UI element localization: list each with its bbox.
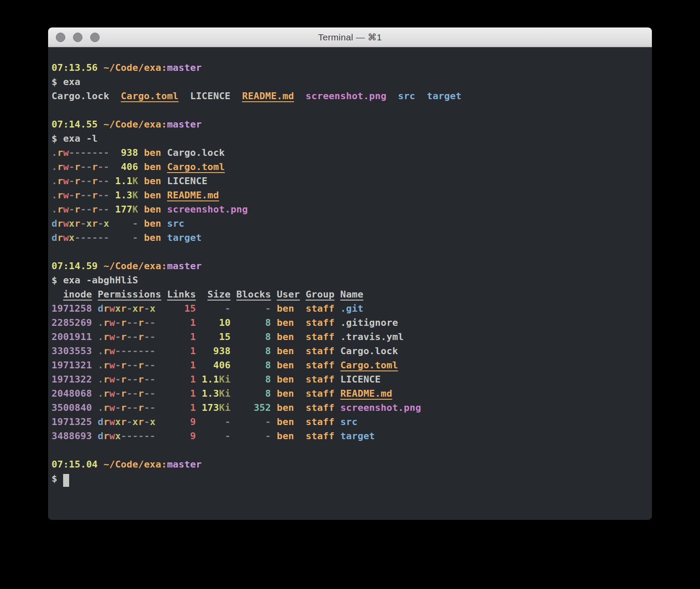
terminal-text: master [167, 62, 202, 73]
terminal-text: r [121, 388, 126, 399]
terminal-line: 07:14.55 ~/Code/exa:master [52, 117, 648, 131]
terminal-text [138, 218, 144, 229]
terminal-text: 1 [190, 317, 196, 328]
terminal-text: w [109, 431, 115, 441]
terminal-text [294, 303, 306, 314]
terminal-text: 1971322 [52, 374, 92, 385]
terminal-text [196, 303, 225, 314]
terminal-text: 15 [219, 331, 231, 342]
terminal-text [92, 402, 97, 413]
terminal-text [155, 416, 190, 427]
terminal-text: w [63, 161, 69, 172]
terminal-line: $ exa -l [52, 131, 648, 146]
terminal-text: r [92, 204, 97, 215]
terminal-text: -- [144, 388, 155, 399]
terminal-text: r [121, 331, 126, 342]
titlebar[interactable]: Terminal — ⌘1 [48, 27, 652, 47]
terminal-text [109, 91, 121, 101]
terminal-text: target [167, 232, 202, 243]
terminal-text: w [109, 317, 115, 328]
terminal-line: $ exa [52, 75, 648, 89]
terminal-text [271, 360, 277, 370]
terminal-window: Terminal — ⌘1 07:13.56 ~/Code/exa:master… [48, 27, 652, 520]
terminal-text: staff [306, 388, 335, 399]
terminal-text [231, 346, 265, 356]
terminal-text [271, 416, 277, 427]
terminal-text: . [52, 161, 57, 172]
terminal-text: w [109, 303, 115, 314]
terminal-text: ben [144, 218, 161, 229]
terminal-text [231, 388, 265, 399]
terminal-text: K [132, 204, 138, 215]
terminal-text [98, 62, 103, 73]
terminal-text: - [115, 374, 121, 385]
terminal-text: 1971321 [52, 360, 92, 370]
terminal-text: 3500840 [52, 402, 92, 413]
terminal-text: master [167, 261, 202, 271]
terminal-text: . [98, 374, 103, 385]
terminal-text: d [98, 416, 103, 427]
terminal-line: 1971321 .rw-r--r-- 1 406 8 ben staff Car… [52, 358, 648, 372]
terminal-text: screenshot.png [340, 402, 421, 413]
terminal-text: .gitignore [340, 317, 398, 328]
terminal-text: Ki [219, 388, 231, 399]
terminal-text: r [138, 360, 144, 370]
terminal-text: . [98, 346, 103, 356]
terminal-text [294, 346, 306, 356]
terminal-text: 9 [190, 416, 196, 427]
terminal-text: - [69, 176, 74, 186]
terminal-text: 1.3 [115, 190, 132, 200]
terminal-text: ~/Code/exa: [103, 62, 167, 73]
terminal-text [138, 176, 144, 186]
close-button-icon[interactable] [56, 33, 65, 42]
terminal-text: 2001911 [52, 331, 92, 342]
terminal-text [92, 374, 97, 385]
terminal-text [196, 374, 201, 385]
terminal-text: w [63, 190, 69, 200]
terminal-text [294, 416, 306, 427]
terminal-text: README.md [340, 388, 392, 399]
terminal-text: w [63, 147, 69, 158]
terminal-text: . [98, 317, 103, 328]
terminal-text: r [138, 331, 144, 342]
terminal-text: target [340, 431, 375, 441]
terminal-line: 07:15.04 ~/Code/exa:master [52, 457, 648, 471]
terminal-text: 8 [265, 317, 271, 328]
terminal-text: 406 [213, 360, 231, 370]
terminal-text: w [109, 416, 115, 427]
zoom-button-icon[interactable] [90, 33, 100, 42]
terminal-text [92, 303, 97, 314]
terminal-text: ben [277, 388, 294, 399]
terminal-line: 07:14.59 ~/Code/exa:master [52, 259, 648, 273]
terminal-line: .rw-r--r-- 1.3K ben README.md [52, 188, 648, 202]
terminal-text [335, 317, 340, 328]
terminal-text: 07:14.59 [52, 261, 98, 271]
terminal-text [161, 289, 167, 300]
terminal-text: x [150, 303, 155, 314]
terminal-text: -- [144, 331, 155, 342]
terminal-text: src [167, 218, 184, 229]
terminal-text: r [121, 402, 126, 413]
terminal-line: 2285269 .rw-r--r-- 1 10 8 ben staff .git… [52, 316, 648, 330]
terminal-text [155, 388, 190, 399]
terminal-text: Cargo.toml [121, 91, 178, 101]
terminal-line: 1971258 drwxr-xr-x 15 - - ben staff .git [52, 301, 648, 316]
terminal-text: . [98, 331, 103, 342]
terminal-text: r [92, 161, 97, 172]
terminal-text: r [75, 190, 80, 200]
terminal-text: r [103, 402, 109, 413]
terminal-text: - [115, 402, 121, 413]
terminal-text: LICENCE [340, 374, 380, 385]
terminal-text: . [52, 204, 57, 215]
terminal-text: w [109, 346, 115, 356]
terminal-text: w [63, 218, 69, 229]
minimize-button-icon[interactable] [73, 33, 82, 42]
terminal-text: $ exa -abghHliS [52, 275, 138, 285]
terminal-screen[interactable]: 07:13.56 ~/Code/exa:master$ exaCargo.loc… [48, 47, 652, 519]
terminal-text: x [115, 431, 121, 441]
terminal-text: r [92, 218, 97, 229]
terminal-text [196, 317, 219, 328]
terminal-text [110, 218, 133, 229]
terminal-text: r [103, 416, 109, 427]
terminal-text: ~/Code/exa: [103, 119, 167, 130]
